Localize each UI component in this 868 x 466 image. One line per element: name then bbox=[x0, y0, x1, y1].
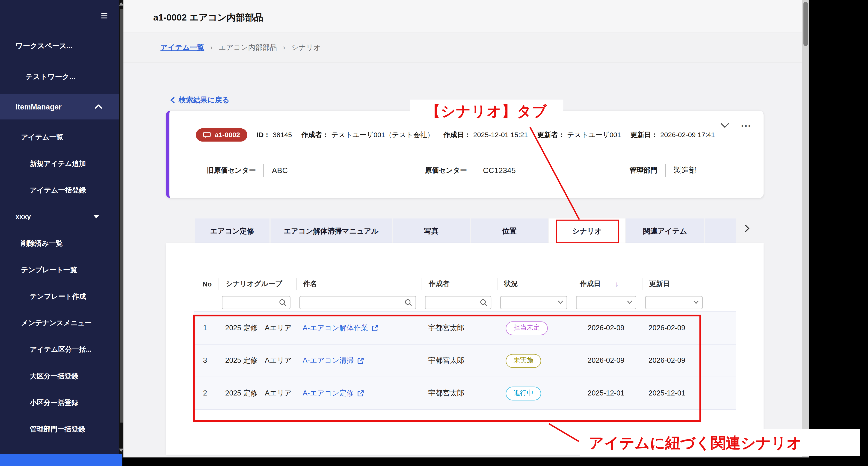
cell-no: 1 bbox=[194, 323, 219, 333]
subject-search-input[interactable] bbox=[299, 296, 416, 309]
meta-label: 更新日： bbox=[630, 130, 658, 139]
meta-field-updated: 更新日：2026-02-09 17:41 bbox=[630, 130, 715, 139]
meta-field-updater: 更新者：テストユーザ001 bbox=[537, 130, 621, 139]
sidebar-item-bulk-register[interactable]: アイテム一括登録 bbox=[0, 177, 119, 204]
group-search-input[interactable] bbox=[222, 296, 290, 309]
updated-filter-select[interactable] bbox=[645, 296, 703, 309]
column-header-updated[interactable]: 更新日 bbox=[642, 278, 736, 290]
item-card-icon bbox=[203, 132, 211, 138]
sidebar-item-label: xxxy bbox=[16, 213, 31, 221]
tab-scenario[interactable]: シナリオ bbox=[549, 218, 625, 243]
sidebar-scrollbar-thumb[interactable] bbox=[120, 9, 123, 423]
sidebar-item-label: テンプレート作成 bbox=[30, 292, 86, 301]
column-header-group[interactable]: シナリオグループ bbox=[219, 278, 296, 290]
workspace-section-label: ワークスペース... bbox=[16, 41, 73, 51]
cell-updated: 2026-02-09 bbox=[642, 355, 736, 366]
subject-link[interactable]: A-エアコン定修 bbox=[303, 388, 422, 399]
meta-field-created: 作成日：2025-12-01 15:21 bbox=[443, 130, 528, 139]
sidebar-item-maintenance-menu[interactable]: メンテナンスメニュー bbox=[0, 310, 119, 336]
column-header-subject[interactable]: 件名 bbox=[296, 278, 422, 290]
tab-aircon-repair[interactable]: エアコン定修 bbox=[195, 218, 270, 243]
attribute-cost-center: 原価センター CC12345 bbox=[425, 159, 516, 181]
sidebar-item-xxxy[interactable]: xxxy bbox=[0, 204, 119, 230]
meta-value: 2026-02-09 17:41 bbox=[660, 131, 715, 139]
status-filter-select[interactable] bbox=[500, 296, 567, 309]
external-link-icon[interactable] bbox=[357, 390, 364, 397]
chevron-down-icon bbox=[693, 300, 699, 304]
workspace-item[interactable]: テストワーク... bbox=[25, 72, 75, 82]
meta-label: ID： bbox=[257, 130, 271, 139]
column-header-author[interactable]: 作成者 bbox=[422, 278, 497, 290]
cell-updated: 2025-12-01 bbox=[642, 388, 736, 399]
item-attributes-row: 旧原価センター ABC 原価センター CC12345 管理部門 製造部 bbox=[169, 159, 764, 181]
cell-created: 2025-12-01 bbox=[573, 388, 642, 399]
tab-dismantle-cleaning-manual[interactable]: エアコン解体清掃マニュアル bbox=[271, 218, 392, 243]
tab-scroll-right-button[interactable] bbox=[745, 224, 750, 232]
sidebar-item-small-category-bulk[interactable]: 小区分一括登録 bbox=[0, 390, 119, 416]
column-header-status[interactable]: 状況 bbox=[497, 278, 573, 290]
chevron-right-icon: › bbox=[283, 44, 285, 52]
external-link-icon[interactable] bbox=[371, 324, 378, 332]
meta-value: 38145 bbox=[273, 131, 292, 139]
table-row: 1 2025 定修 Aエリア A-エアコン解体作業 宇都宮太郎 担当未定 202… bbox=[194, 312, 736, 345]
divider bbox=[264, 164, 264, 177]
table-row: 3 2025 定修 Aエリア A-エアコン清掃 宇都宮太郎 未実施 2026-0… bbox=[194, 345, 736, 377]
tab-overflow[interactable] bbox=[705, 218, 736, 243]
scroll-down-arrow-icon[interactable] bbox=[119, 448, 123, 452]
attr-value: 製造部 bbox=[674, 165, 697, 176]
external-link-icon[interactable] bbox=[357, 357, 364, 364]
item-code-badge: a1-0002 bbox=[196, 128, 247, 142]
sidebar-item-deleted-list[interactable]: 削除済み一覧 bbox=[0, 230, 119, 256]
sort-desc-icon[interactable]: ↓ bbox=[615, 280, 619, 288]
table-filter-row bbox=[194, 293, 736, 311]
sidebar-item-label: 管理部門一括登録 bbox=[30, 425, 85, 434]
breadcrumb-current: シナリオ bbox=[291, 43, 321, 53]
subject-label: A-エアコン解体作業 bbox=[303, 323, 368, 333]
sidebar: ≡ ワークスペース... テストワーク... ItemManager アイテム一… bbox=[0, 0, 119, 458]
table-header-row: No シナリオグループ 件名 作成者 状況 作成日 ↓ 更新日 bbox=[194, 275, 736, 293]
sidebar-item-template-create[interactable]: テンプレート作成 bbox=[0, 283, 119, 310]
back-link[interactable]: 検索結果に戻る bbox=[170, 95, 229, 105]
sidebar-item-label: アイテム区分一括... bbox=[30, 345, 92, 354]
sidebar-item-label: アイテム一括登録 bbox=[30, 186, 86, 195]
sidebar-item-template-list[interactable]: テンプレート一覧 bbox=[0, 257, 119, 283]
tab-location[interactable]: 位置 bbox=[471, 218, 548, 243]
breadcrumb-link[interactable]: アイテム一覧 bbox=[160, 43, 204, 53]
chevron-down-icon[interactable] bbox=[720, 123, 729, 128]
status-badge: 未実施 bbox=[506, 354, 541, 368]
divider bbox=[475, 164, 475, 177]
subject-label: A-エアコン清掃 bbox=[303, 355, 354, 366]
scroll-up-arrow-icon[interactable] bbox=[119, 2, 123, 5]
sidebar-item-large-category-bulk[interactable]: 大区分一括登録 bbox=[0, 363, 119, 389]
page-title: a1-0002 エアコン内部部品 bbox=[153, 11, 263, 24]
sidebar-scrollbar[interactable] bbox=[119, 0, 123, 458]
content-scrollbar-thumb[interactable] bbox=[803, 2, 808, 46]
cell-group: 2025 定修 Aエリア bbox=[219, 355, 296, 366]
sidebar-item-item-list[interactable]: アイテム一覧 bbox=[0, 124, 119, 151]
cell-created: 2026-02-09 bbox=[573, 355, 642, 366]
sidebar-item-category-bulk[interactable]: アイテム区分一括... bbox=[0, 336, 119, 363]
sidebar-item-itemmanager[interactable]: ItemManager bbox=[0, 94, 119, 119]
sidebar-item-dept-bulk[interactable]: 管理部門一括登録 bbox=[0, 416, 119, 442]
column-header-no[interactable]: No bbox=[194, 278, 219, 290]
sidebar-item-label: ItemManager bbox=[16, 102, 62, 111]
subject-link[interactable]: A-エアコン解体作業 bbox=[303, 323, 422, 333]
tab-related-items[interactable]: 関連アイテム bbox=[626, 218, 704, 243]
tab-photos[interactable]: 写真 bbox=[393, 218, 470, 243]
hamburger-menu-icon[interactable]: ≡ bbox=[101, 10, 108, 22]
author-search-input[interactable] bbox=[425, 296, 491, 309]
cell-no: 2 bbox=[194, 388, 219, 399]
back-link-label: 検索結果に戻る bbox=[179, 95, 229, 105]
attr-label: 旧原価センター bbox=[207, 166, 256, 175]
cell-author: 宇都宮太郎 bbox=[422, 355, 497, 366]
subject-link[interactable]: A-エアコン清掃 bbox=[303, 355, 422, 366]
more-options-button[interactable]: ... bbox=[741, 117, 751, 129]
annotation-table-callout: アイテムに紐づく関連シナリオ bbox=[580, 429, 860, 456]
content-scrollbar[interactable] bbox=[802, 0, 809, 458]
sidebar-item-label: 小区分一括登録 bbox=[30, 398, 79, 407]
table-body: 1 2025 定修 Aエリア A-エアコン解体作業 宇都宮太郎 担当未定 202… bbox=[194, 311, 736, 410]
sidebar-item-label: 新規アイテム追加 bbox=[30, 159, 86, 168]
column-header-created[interactable]: 作成日 ↓ bbox=[573, 278, 642, 290]
sidebar-item-new-item[interactable]: 新規アイテム追加 bbox=[0, 151, 119, 177]
created-filter-select[interactable] bbox=[576, 296, 636, 309]
